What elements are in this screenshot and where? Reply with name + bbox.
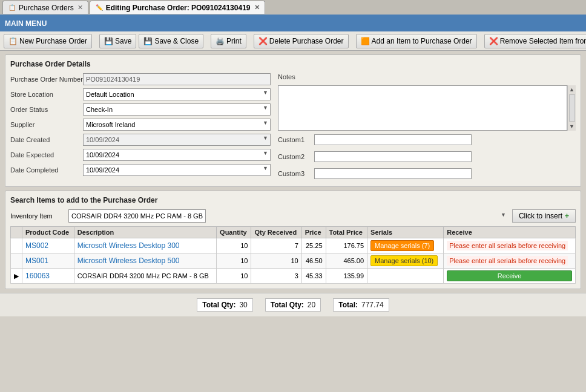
tab-purchase-orders-label: Purchase Orders xyxy=(19,4,74,12)
row-arrow: ▶ xyxy=(11,269,22,284)
row-serials[interactable] xyxy=(367,269,444,284)
date-completed-select[interactable]: 10/09/2024 xyxy=(83,164,271,176)
scroll-thumb xyxy=(569,94,575,122)
tab-editing-po[interactable]: ✏️ Editing Purchase Order: PO09102413041… xyxy=(90,1,265,14)
col-quantity: Quantity xyxy=(217,227,251,238)
row-total-price: 465.00 xyxy=(326,253,367,269)
order-status-label: Order Status xyxy=(10,106,83,113)
table-row[interactable]: ▶160063CORSAIR DDR4 3200 MHz PC RAM - 8 … xyxy=(11,269,576,284)
date-created-label: Date Created xyxy=(10,136,83,143)
store-location-row: Store Location Default Location xyxy=(10,88,271,100)
product-code-link[interactable]: MS001 xyxy=(25,256,48,265)
table-header: Product Code Description Quantity Qty Re… xyxy=(11,227,576,238)
custom1-input[interactable] xyxy=(314,134,472,145)
notes-textarea-wrapper: ▲ ▼ xyxy=(278,85,576,131)
col-arrow xyxy=(11,227,22,238)
save-close-button[interactable]: 💾 Save & Close xyxy=(139,34,203,48)
col-description: Description xyxy=(74,227,216,238)
tab-editing-po-close[interactable]: ✕ xyxy=(254,4,260,11)
row-price: 46.50 xyxy=(301,253,326,269)
date-expected-select[interactable]: 10/09/2024 xyxy=(83,149,271,161)
row-total-price: 135.99 xyxy=(326,269,367,284)
delete-po-icon: ❌ xyxy=(258,37,268,45)
row-serials[interactable]: Manage serials (7) xyxy=(367,238,444,253)
inventory-select[interactable]: CORSAIR DDR4 3200 MHz PC RAM - 8 GB xyxy=(68,209,206,223)
total-qty2-box: Total Qty: 20 xyxy=(265,298,321,312)
total-qty-value: 30 xyxy=(239,301,247,309)
click-to-insert-button[interactable]: Click to insert + xyxy=(512,209,576,223)
save-label: Save xyxy=(115,37,131,45)
product-code-link[interactable]: 160063 xyxy=(25,272,50,280)
store-location-select[interactable]: Default Location xyxy=(83,88,271,100)
order-status-wrapper: Check-In xyxy=(83,103,271,116)
print-button[interactable]: 🖨️ Print xyxy=(211,34,246,48)
tab-bar: 📋 Purchase Orders ✕ ✏️ Editing Purchase … xyxy=(0,0,586,16)
main-menu-bar[interactable]: MAIN MENU xyxy=(0,16,586,31)
total-price-value: 777.74 xyxy=(361,301,384,309)
date-completed-label: Date Completed xyxy=(10,166,83,174)
total-price-box: Total: 777.74 xyxy=(333,298,389,312)
receive-warning-text: Please enter all serials before receivin… xyxy=(447,241,568,250)
order-status-row: Order Status Check-In xyxy=(10,103,271,116)
tab-purchase-orders[interactable]: 📋 Purchase Orders ✕ xyxy=(2,1,88,14)
row-serials[interactable]: Manage serials (10) xyxy=(367,253,444,269)
scroll-down-arrow[interactable]: ▼ xyxy=(568,122,576,131)
editing-po-icon: ✏️ xyxy=(95,4,104,12)
table-row[interactable]: MS001Microsoft Wireless Desktop 50010104… xyxy=(11,253,576,269)
table-row[interactable]: MS002Microsoft Wireless Desktop 30010725… xyxy=(11,238,576,253)
description-link[interactable]: Microsoft Wireless Desktop 500 xyxy=(77,256,180,265)
row-receive[interactable]: Please enter all serials before receivin… xyxy=(444,238,576,253)
po-form-col: Purchase Order Number Store Location Def… xyxy=(10,73,271,181)
row-product-code[interactable]: 160063 xyxy=(22,269,74,284)
custom3-label: Custom3 xyxy=(278,170,314,177)
col-receive: Receive xyxy=(444,227,576,238)
add-item-label: Add an Item to Purchase Order xyxy=(372,37,472,45)
delete-po-button[interactable]: ❌ Delete Purchase Order xyxy=(254,34,349,48)
row-product-code[interactable]: MS001 xyxy=(22,253,74,269)
tab-purchase-orders-close[interactable]: ✕ xyxy=(77,4,83,11)
remove-item-button[interactable]: ❌ Remove Selected Item from PO xyxy=(484,34,586,48)
order-status-select[interactable]: Check-In xyxy=(83,103,271,116)
row-qty-received: 3 xyxy=(251,269,301,284)
add-item-button[interactable]: 🟧 Add an Item to Purchase Order xyxy=(356,34,477,48)
supplier-wrapper: Microsoft Ireland xyxy=(83,119,271,131)
row-receive[interactable]: Please enter all serials before receivin… xyxy=(444,253,576,269)
row-price: 45.33 xyxy=(301,269,326,284)
custom2-row: Custom2 xyxy=(278,151,576,162)
save-button[interactable]: 💾 Save xyxy=(99,34,136,48)
custom2-label: Custom2 xyxy=(278,153,314,160)
print-label: Print xyxy=(226,37,242,45)
date-expected-row: Date Expected 10/09/2024 xyxy=(10,149,271,161)
supplier-select[interactable]: Microsoft Ireland xyxy=(83,119,271,131)
tab-editing-po-label: Editing Purchase Order: PO091024130419 xyxy=(106,4,251,12)
receive-warning-text: Please enter all serials before receivin… xyxy=(447,256,568,266)
product-code-link[interactable]: MS002 xyxy=(25,241,48,250)
date-created-wrapper xyxy=(83,134,271,146)
print-icon: 🖨️ xyxy=(216,37,225,45)
notes-textarea[interactable] xyxy=(278,85,567,131)
custom3-input[interactable] xyxy=(314,168,472,179)
po-number-row: Purchase Order Number xyxy=(10,73,271,85)
purchase-orders-icon: 📋 xyxy=(8,4,16,12)
row-receive[interactable]: Receive xyxy=(444,269,576,284)
manage-serials-button[interactable]: Manage serials (10) xyxy=(370,255,438,266)
po-notes-col: Notes ▲ ▼ Custom1 Custom2 xyxy=(278,73,576,181)
po-details-title: Purchase Order Details xyxy=(10,60,576,68)
date-expected-wrapper: 10/09/2024 xyxy=(83,149,271,161)
po-number-input[interactable] xyxy=(83,73,271,85)
receive-button[interactable]: Receive xyxy=(447,270,572,281)
notes-scrollbar[interactable]: ▲ ▼ xyxy=(567,85,576,131)
row-product-code[interactable]: MS002 xyxy=(22,238,74,253)
main-content: Purchase Order Details Purchase Order Nu… xyxy=(0,51,586,392)
new-po-button[interactable]: 📋 New Purchase Order xyxy=(4,34,92,48)
save-icon: 💾 xyxy=(104,37,113,45)
col-serials: Serials xyxy=(367,227,444,238)
custom2-input[interactable] xyxy=(314,151,472,162)
manage-serials-button[interactable]: Manage serials (7) xyxy=(370,240,434,251)
date-completed-wrapper: 10/09/2024 xyxy=(83,164,271,176)
notes-label: Notes xyxy=(278,73,576,80)
total-qty-box: Total Qty: 30 xyxy=(197,298,252,312)
description-link[interactable]: Microsoft Wireless Desktop 300 xyxy=(77,241,180,250)
new-po-label: New Purchase Order xyxy=(19,37,87,45)
scroll-up-arrow[interactable]: ▲ xyxy=(568,85,576,94)
